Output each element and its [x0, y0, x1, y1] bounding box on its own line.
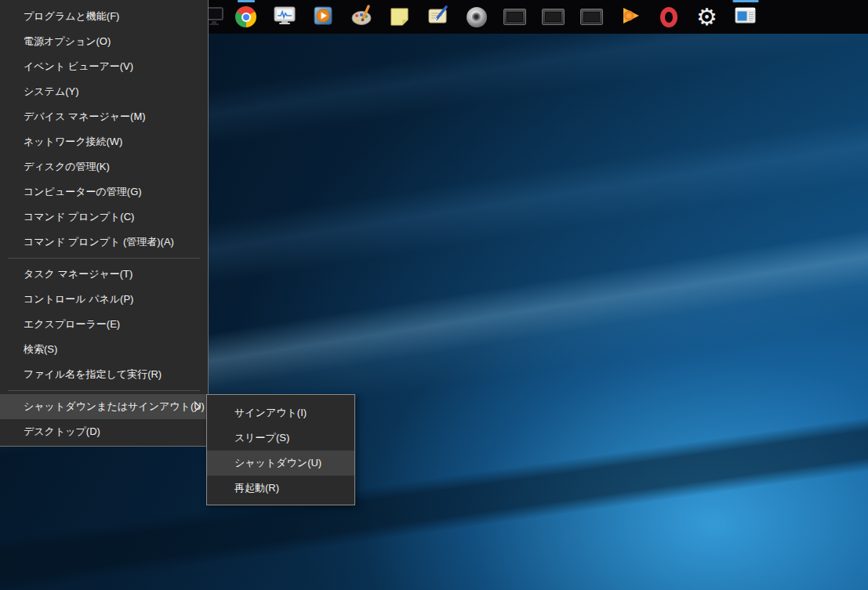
menu-item-control-panel[interactable]: コントロール パネル(P) [0, 287, 208, 312]
submenu-item-sign-out[interactable]: サインアウト(I) [207, 400, 354, 425]
menu-item-search[interactable]: 検索(S) [0, 337, 208, 362]
play-music-icon [619, 5, 641, 30]
menu-item-shutdown-signout[interactable]: シャットダウンまたはサインアウト(U) [0, 394, 208, 419]
taskbar-app-window-2[interactable] [534, 0, 572, 34]
menu-item-programs-features[interactable]: プログラムと機能(F) [0, 4, 208, 29]
menu-item-system[interactable]: システム(Y) [0, 79, 208, 104]
menu-item-network-connections[interactable]: ネットワーク接続(W) [0, 129, 208, 154]
app-window-icon [503, 9, 526, 25]
running-indicator [732, 0, 758, 2]
menu-item-run[interactable]: ファイル名を指定して実行(R) [0, 362, 208, 387]
media-player-icon [312, 5, 334, 30]
taskbar-play-music[interactable] [611, 0, 649, 34]
windows-desktop: ⚙ プログ [0, 0, 868, 590]
paint-icon [350, 5, 373, 30]
taskbar-icon-row: ⚙ [227, 0, 764, 34]
submenu-item-restart[interactable]: 再起動(R) [207, 476, 354, 501]
menu-item-command-prompt-admin[interactable]: コマンド プロンプト (管理者)(A) [0, 230, 208, 255]
menu-divider [8, 390, 200, 391]
taskbar-app-window-3[interactable] [572, 0, 611, 34]
menu-item-power-options[interactable]: 電源オプション(O) [0, 29, 208, 54]
menu-item-explorer[interactable]: エクスプローラー(E) [0, 312, 208, 337]
taskbar-sticky-notes[interactable] [380, 0, 419, 34]
menu-item-desktop[interactable]: デスクトップ(D) [0, 419, 208, 444]
menu-item-task-manager[interactable]: タスク マネージャー(T) [0, 262, 208, 287]
menu-item-label: シャットダウンまたはサインアウト(U) [24, 400, 205, 412]
app-window-icon [542, 9, 565, 25]
taskbar-speaker[interactable] [457, 0, 496, 34]
taskbar-media-player[interactable] [303, 0, 342, 34]
menu-item-event-viewer[interactable]: イベント ビューアー(V) [0, 54, 208, 79]
taskbar-journal[interactable] [419, 0, 457, 34]
taskbar-display-window[interactable] [726, 0, 764, 34]
menu-item-disk-management[interactable]: ディスクの管理(K) [0, 154, 208, 179]
menu-item-device-manager[interactable]: デバイス マネージャー(M) [0, 104, 208, 129]
menu-divider [8, 258, 200, 259]
running-indicator [238, 0, 255, 2]
app-window-icon [580, 9, 603, 25]
journal-icon [427, 5, 450, 30]
media-center-icon [273, 5, 296, 30]
taskbar-settings[interactable]: ⚙ [688, 0, 726, 34]
taskbar-opera[interactable] [649, 0, 688, 34]
sticky-notes-icon [390, 8, 409, 26]
display-window-icon [735, 6, 756, 27]
menu-item-command-prompt[interactable]: コマンド プロンプト(C) [0, 205, 208, 230]
submenu-item-sleep[interactable]: スリープ(S) [207, 425, 354, 451]
taskbar-app-window-1[interactable] [496, 0, 534, 34]
settings-gear-icon: ⚙ [696, 5, 717, 29]
speaker-icon [467, 7, 487, 27]
taskbar-media-center[interactable] [265, 0, 303, 34]
taskbar-chrome[interactable] [227, 0, 265, 34]
winx-menu: プログラムと機能(F) 電源オプション(O) イベント ビューアー(V) システ… [0, 0, 209, 447]
menu-item-computer-management[interactable]: コンピューターの管理(G) [0, 179, 208, 205]
taskbar-paint[interactable] [342, 0, 380, 34]
shutdown-submenu: サインアウト(I) スリープ(S) シャットダウン(U) 再起動(R) [206, 394, 355, 505]
chevron-right-icon [194, 400, 201, 413]
chrome-icon [235, 6, 256, 27]
opera-icon [660, 7, 677, 27]
submenu-item-shut-down[interactable]: シャットダウン(U) [207, 451, 354, 476]
